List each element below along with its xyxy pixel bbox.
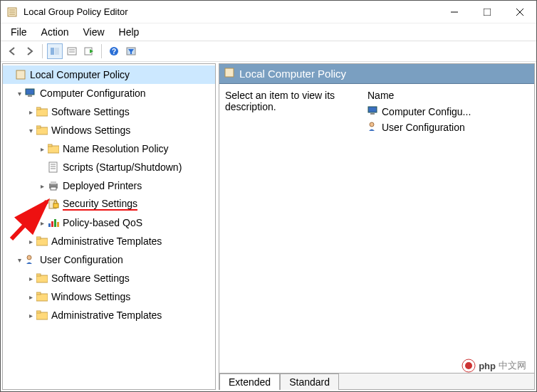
tree-label: Scripts (Startup/Shutdown) [63,161,182,173]
list-item-label: User Configuration [382,122,465,133]
caret-right-icon[interactable]: ▸ [37,219,47,227]
watermark-brand: php [479,361,496,371]
minimize-button[interactable] [438,1,471,23]
svg-rect-32 [51,187,56,190]
tree-name-resolution[interactable]: ▸ Name Resolution Policy [3,139,215,158]
svg-rect-19 [28,95,32,97]
caret-right-icon[interactable]: ▸ [37,201,47,208]
svg-rect-5 [484,9,491,16]
tree-scripts[interactable]: ▸ Scripts (Startup/Shutdown) [3,158,215,176]
svg-rect-47 [36,311,41,313]
tree-cc-software[interactable]: ▸ Software Settings [3,102,215,121]
folder-icon [36,235,48,247]
caret-down-icon[interactable]: ▾ [14,90,24,97]
toolbar-separator [42,44,43,58]
svg-rect-26 [49,162,57,172]
content-area: ▸ Local Computer Policy ▾ Computer Confi… [1,62,536,391]
tree-label: Name Resolution Policy [63,143,169,154]
svg-rect-40 [36,237,41,239]
window-controls [438,1,536,23]
toolbar-separator [101,44,102,58]
list-item[interactable]: Computer Configu... [367,104,528,120]
tree-cc-windows[interactable]: ▾ Windows Settings [3,121,215,139]
tree-root[interactable]: ▸ Local Computer Policy [3,65,215,84]
details-title: Local Computer Policy [239,68,346,80]
tree-uc-admin-templates[interactable]: ▸ Administrative Templates [3,306,215,324]
titlebar: Local Group Policy Editor [1,1,536,23]
help-button[interactable]: ? [106,43,122,59]
app-icon [6,6,18,18]
tree-policy-qos[interactable]: ▸ Policy-based QoS [3,213,215,232]
caret-right-icon[interactable]: ▸ [26,238,36,245]
caret-right-icon[interactable]: ▸ [26,275,36,282]
tree-user-config[interactable]: ▾ User Configuration [3,250,215,269]
tab-extended[interactable]: Extended [219,374,280,390]
menu-view[interactable]: View [75,25,111,39]
svg-rect-36 [51,221,53,227]
tree-computer-config[interactable]: ▾ Computer Configuration [3,84,215,102]
svg-rect-45 [36,292,41,295]
menubar: File Action View Help [1,23,536,41]
svg-rect-38 [57,222,59,227]
svg-rect-23 [36,126,41,128]
caret-right-icon[interactable]: ▸ [26,108,36,116]
user-icon [367,121,379,134]
show-tree-button[interactable] [47,43,63,59]
tree-uc-windows[interactable]: ▸ Windows Settings [3,287,215,306]
tree-label: Local Computer Policy [30,69,130,80]
tree-panel[interactable]: ▸ Local Computer Policy ▾ Computer Confi… [2,63,216,390]
export-button[interactable] [81,43,97,59]
tree-label: Policy-based QoS [63,217,142,228]
svg-point-51 [370,122,374,127]
tree-label: Software Settings [51,106,130,117]
policy-icon [14,69,27,80]
toolbar: ? [1,41,536,62]
watermark: php 中文网 [462,359,526,373]
svg-rect-10 [68,48,76,55]
svg-rect-25 [48,144,52,147]
svg-rect-8 [51,48,54,55]
watermark-suffix: 中文网 [499,359,526,372]
svg-rect-43 [36,274,41,276]
menu-action[interactable]: Action [34,25,76,39]
security-icon [47,198,60,210]
caret-right-icon[interactable]: ▸ [37,145,47,153]
svg-point-54 [465,362,472,369]
maximize-button[interactable] [471,1,504,23]
printer-icon [47,180,60,191]
menu-help[interactable]: Help [112,25,147,39]
menu-file[interactable]: File [4,25,34,39]
details-panel: Local Computer Policy Select an item to … [219,63,535,390]
caret-right-icon[interactable]: ▸ [26,293,36,301]
items-list: Name Computer Configu... User Configurat… [367,90,528,367]
caret-right-icon[interactable]: ▸ [26,312,36,319]
svg-rect-50 [370,113,375,115]
user-icon [24,254,37,265]
tab-standard[interactable]: Standard [280,374,339,390]
list-item-label: Computer Configu... [382,106,471,117]
tree-label: Administrative Templates [51,309,162,321]
properties-button[interactable] [64,43,80,59]
tree-label: Deployed Printers [63,180,142,191]
forward-button[interactable] [22,43,38,59]
tree-label: Windows Settings [51,125,130,136]
tree-security-settings[interactable]: ▸ Security Settings [3,195,215,213]
caret-right-icon[interactable]: ▸ [37,182,47,190]
close-button[interactable] [504,1,536,23]
svg-rect-9 [55,48,59,55]
computer-icon [367,106,379,118]
details-body: Select an item to view its description. … [219,84,534,373]
column-header-name[interactable]: Name [367,90,528,104]
caret-down-icon[interactable]: ▾ [26,127,36,134]
svg-rect-34 [53,203,58,208]
list-item[interactable]: User Configuration [367,120,528,135]
folder-icon [36,125,48,136]
qos-icon [47,217,60,228]
tree-cc-admin-templates[interactable]: ▸ Administrative Templates [3,232,215,250]
tree-uc-software[interactable]: ▸ Software Settings [3,269,215,287]
caret-down-icon[interactable]: ▾ [14,256,24,264]
tree-label: User Configuration [40,254,123,265]
tree-deployed-printers[interactable]: ▸ Deployed Printers [3,176,215,195]
back-button[interactable] [5,43,21,59]
filter-button[interactable] [123,43,139,59]
